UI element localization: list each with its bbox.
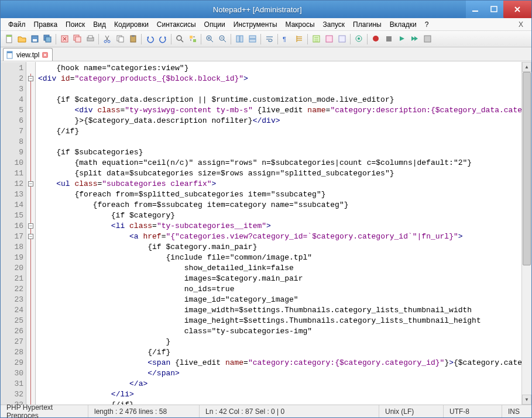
editor-area: 1234567891011121314151617181920212223242…: [1, 61, 531, 405]
fold-toggle-icon[interactable]: −: [28, 181, 33, 186]
folder-workspace-icon[interactable]: [336, 33, 348, 45]
svg-rect-18: [132, 35, 135, 37]
status-eol[interactable]: Unix (LF): [379, 405, 444, 417]
svg-rect-36: [424, 36, 431, 42]
tabbar: view.tpl: [1, 47, 531, 61]
menu-tools[interactable]: Инструменты: [229, 19, 282, 30]
cut-icon[interactable]: [101, 33, 113, 45]
vertical-scrollbar[interactable]: ▲ ▼: [521, 62, 531, 405]
svg-rect-21: [193, 39, 196, 42]
svg-point-19: [177, 36, 181, 40]
tab-close-icon[interactable]: [42, 51, 49, 58]
menu-search[interactable]: Поиск: [61, 19, 89, 30]
fold-column[interactable]: −−−−: [26, 62, 36, 405]
status-language: PHP Hypertext Preproces: [1, 405, 88, 417]
toolbar: ¶: [1, 31, 531, 47]
menu-edit[interactable]: Правка: [30, 19, 62, 30]
status-position: Ln : 42 Col : 87 Sel : 0 | 0: [200, 405, 379, 417]
sync-v-icon[interactable]: [234, 33, 245, 45]
find-icon[interactable]: [174, 33, 186, 45]
svg-rect-26: [249, 36, 256, 39]
window-controls: [466, 1, 531, 18]
fold-toggle-icon[interactable]: −: [28, 234, 33, 239]
redo-icon[interactable]: [157, 33, 169, 45]
menubar: Файл Правка Поиск Вид Кодировки Синтакси…: [1, 18, 531, 31]
close-file-icon[interactable]: [59, 33, 70, 45]
paste-icon[interactable]: [127, 33, 139, 45]
svg-text:¶: ¶: [283, 36, 286, 43]
menubar-close-icon[interactable]: X: [514, 19, 528, 30]
code-editor[interactable]: {hook name="categories:view"}<div id="ca…: [36, 62, 521, 405]
show-all-chars-icon[interactable]: ¶: [280, 33, 292, 45]
scroll-down-icon[interactable]: ▼: [522, 395, 531, 405]
svg-point-34: [373, 36, 379, 42]
open-file-icon[interactable]: [16, 33, 28, 45]
save-macro-icon[interactable]: [421, 33, 433, 45]
indent-guide-icon[interactable]: [293, 33, 305, 45]
menu-plugins[interactable]: Плагины: [349, 19, 386, 30]
titlebar[interactable]: Notepad++ [Administrator]: [1, 1, 531, 18]
menu-syntax[interactable]: Синтаксисы: [153, 19, 200, 30]
menu-help[interactable]: ?: [421, 19, 433, 30]
undo-icon[interactable]: [144, 33, 156, 45]
menu-file[interactable]: Файл: [4, 19, 30, 30]
sync-h-icon[interactable]: [246, 33, 258, 45]
svg-rect-5: [33, 39, 37, 42]
svg-rect-35: [386, 36, 392, 42]
replace-icon[interactable]: [187, 33, 198, 45]
svg-rect-38: [7, 51, 12, 53]
svg-rect-20: [190, 36, 193, 39]
fold-toggle-icon[interactable]: −: [28, 76, 33, 81]
svg-rect-3: [6, 35, 12, 37]
svg-rect-0: [472, 11, 478, 12]
svg-rect-27: [249, 39, 256, 42]
menu-run[interactable]: Запуск: [319, 19, 349, 30]
close-button[interactable]: [503, 1, 531, 18]
svg-rect-16: [119, 37, 123, 42]
svg-rect-1: [491, 6, 497, 12]
close-all-icon[interactable]: [71, 33, 83, 45]
menu-view[interactable]: Вид: [89, 19, 110, 30]
svg-rect-12: [88, 36, 92, 38]
svg-rect-10: [75, 37, 81, 42]
minimize-button[interactable]: [466, 1, 485, 18]
menu-macros[interactable]: Макросы: [282, 19, 319, 30]
fold-toggle-icon[interactable]: −: [28, 223, 33, 229]
file-icon: [6, 51, 14, 59]
record-icon[interactable]: [370, 33, 382, 45]
svg-rect-25: [240, 36, 243, 42]
stop-icon[interactable]: [383, 33, 394, 45]
svg-rect-24: [236, 36, 239, 42]
status-encoding[interactable]: UTF-8: [444, 405, 502, 417]
save-icon[interactable]: [29, 33, 40, 45]
save-all-icon[interactable]: [42, 33, 53, 45]
new-file-icon[interactable]: [3, 33, 15, 45]
monitor-icon[interactable]: [353, 33, 365, 45]
line-numbers: 1234567891011121314151617181920212223242…: [1, 62, 26, 405]
status-length: length : 2 476 lines : 58: [88, 405, 200, 417]
status-insert[interactable]: INS: [502, 405, 531, 417]
play-icon[interactable]: [396, 33, 407, 45]
svg-point-33: [358, 37, 360, 40]
tab-label: view.tpl: [16, 51, 39, 59]
scroll-up-icon[interactable]: ▲: [522, 62, 531, 72]
svg-rect-31: [339, 36, 345, 42]
statusbar: PHP Hypertext Preproces length : 2 476 l…: [1, 405, 531, 417]
menu-tabs[interactable]: Вкладки: [386, 19, 421, 30]
menu-options[interactable]: Опции: [200, 19, 229, 30]
doc-map-icon[interactable]: [323, 33, 335, 45]
func-list-icon[interactable]: [310, 33, 322, 45]
maximize-button[interactable]: [485, 1, 503, 18]
zoom-out-icon[interactable]: [217, 33, 228, 45]
wordwrap-icon[interactable]: [263, 33, 275, 45]
svg-rect-7: [46, 37, 51, 42]
zoom-in-icon[interactable]: [204, 33, 215, 45]
scroll-thumb[interactable]: [523, 72, 531, 265]
svg-point-13: [104, 40, 107, 43]
print-icon[interactable]: [84, 33, 96, 45]
copy-icon[interactable]: [114, 33, 126, 45]
menu-encoding[interactable]: Кодировки: [110, 19, 153, 30]
svg-point-14: [108, 40, 110, 43]
file-tab[interactable]: view.tpl: [3, 48, 53, 61]
play-multi-icon[interactable]: [409, 33, 420, 45]
